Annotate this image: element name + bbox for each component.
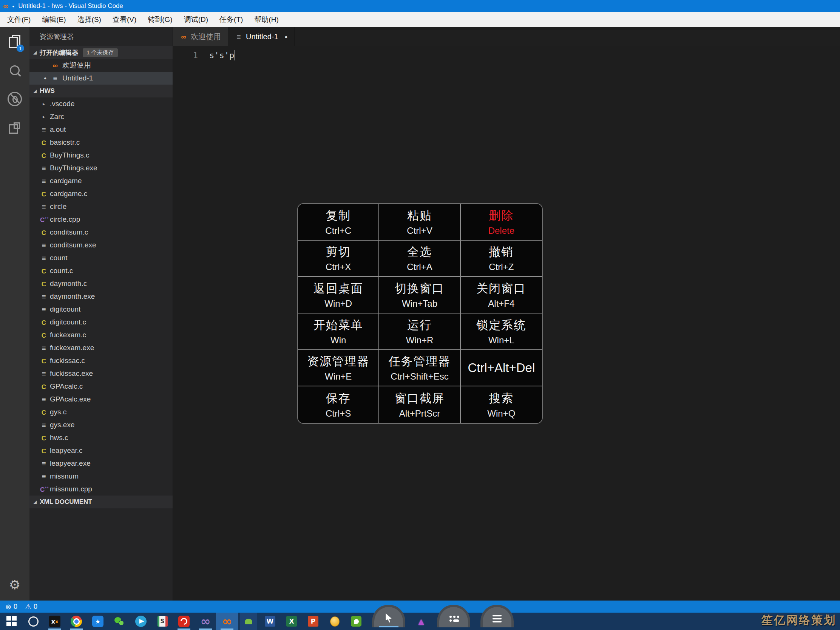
menu-item[interactable]: 调试(D) — [178, 12, 214, 27]
tree-item[interactable]: daymonth.c — [30, 277, 173, 290]
tree-item[interactable]: missnum.cpp — [30, 483, 173, 496]
taskbar-excel[interactable]: X — [286, 613, 297, 630]
tree-item[interactable]: a.out — [30, 123, 173, 136]
tree-item[interactable]: GPAcalc.exe — [30, 393, 173, 406]
tree-item[interactable]: count.c — [30, 264, 173, 277]
taskbar-cortana[interactable] — [28, 613, 39, 630]
tree-item[interactable]: fuckexam.c — [30, 328, 173, 341]
tree-item[interactable]: gys.exe — [30, 418, 173, 431]
shortcut-cell: 切换窗口Win+Tab — [379, 277, 460, 314]
taskbar-notes-app[interactable]: S — [157, 613, 168, 630]
taskbar-word[interactable]: W — [264, 613, 276, 630]
menu-item[interactable]: 转到(G) — [142, 12, 178, 27]
taskbar-netease-music[interactable] — [178, 613, 189, 630]
taskbar-vscode[interactable] — [216, 613, 238, 630]
shortcut-key: Ctrl+Z — [489, 262, 514, 272]
explorer-sidebar: 资源管理器 ◢ 打开的编辑器 1 个未保存 欢迎使用●Untitled-1 ◢ … — [30, 27, 173, 600]
tree-item[interactable]: BuyThings.exe — [30, 162, 173, 175]
tree-item[interactable]: cardgame.c — [30, 187, 173, 200]
menu-item[interactable]: 帮助(H) — [248, 12, 284, 27]
tree-item[interactable]: hws.c — [30, 431, 173, 444]
taskbar-telegram[interactable] — [135, 613, 147, 630]
file-icon — [40, 165, 47, 172]
taskbar-wechat[interactable] — [114, 613, 125, 630]
tree-item[interactable]: digitcount.c — [30, 316, 173, 328]
taskbar-magic-wand[interactable] — [415, 613, 427, 630]
taskbar-start-button[interactable] — [6, 613, 17, 630]
file-name: GPAcalc.exe — [50, 395, 91, 403]
tab-label: Untitled-1 — [246, 33, 278, 41]
file-icon — [40, 422, 47, 429]
code-line[interactable]: 1 s's'p — [173, 47, 840, 63]
tree-item[interactable]: fuckexam.exe — [30, 341, 173, 354]
taskbar-star-app[interactable] — [92, 613, 104, 630]
tree-item[interactable]: cardgame — [30, 175, 173, 187]
menu-tool-icon — [491, 613, 503, 624]
shortcut-cell: 运行Win+R — [379, 314, 460, 350]
taskbar-coin-app[interactable] — [329, 613, 340, 630]
tree-item[interactable]: fuckissac.exe — [30, 367, 173, 380]
running-indicator — [48, 628, 61, 630]
editor-tab[interactable]: Untitled-1● — [228, 27, 295, 46]
taskbar-powerpoint[interactable]: P — [308, 613, 319, 630]
cpp-file-icon — [40, 486, 47, 493]
file-name: circle — [50, 202, 66, 211]
search-button[interactable] — [0, 56, 30, 85]
taskbar-evernote[interactable] — [351, 613, 362, 630]
tree-item[interactable]: conditsum.exe — [30, 239, 173, 251]
tree-item[interactable]: gys.c — [30, 406, 173, 418]
open-editor-label: 欢迎使用 — [62, 60, 91, 70]
open-editor-item[interactable]: 欢迎使用 — [30, 59, 173, 72]
c-file-icon — [40, 190, 47, 197]
xml-document-header[interactable]: ◢ XML DOCUMENT — [30, 496, 173, 508]
menu-item[interactable]: 文件(F) — [2, 12, 36, 27]
tree-item[interactable]: daymonth.exe — [30, 290, 173, 303]
debug-button[interactable] — [0, 85, 30, 113]
menu-item[interactable]: 选择(S) — [72, 12, 107, 27]
settings-gear-icon[interactable]: ⚙ — [9, 577, 21, 592]
tree-item[interactable]: missnum — [30, 470, 173, 483]
menu-item[interactable]: 编辑(E) — [36, 12, 71, 27]
tree-item[interactable]: leapyear.c — [30, 444, 173, 457]
tree-item[interactable]: basicstr.c — [30, 136, 173, 149]
tree-item[interactable]: ▸Zarc — [30, 110, 173, 123]
c-file-icon — [40, 447, 47, 455]
tree-item[interactable]: GPAcalc.c — [30, 380, 173, 393]
tree-item[interactable]: count — [30, 251, 173, 264]
taskbar-android-app[interactable] — [240, 613, 257, 630]
tree-item[interactable]: fuckissac.c — [30, 354, 173, 367]
open-editors-header[interactable]: ◢ 打开的编辑器 1 个未保存 — [30, 46, 173, 59]
file-name: .vscode — [50, 100, 74, 108]
explorer-button[interactable]: 1 — [0, 27, 30, 56]
tree-item[interactable]: BuyThings.c — [30, 149, 173, 162]
code-text: s's'p — [198, 51, 234, 60]
tree-item[interactable]: conditsum.c — [30, 226, 173, 239]
open-editor-item[interactable]: ●Untitled-1 — [30, 72, 173, 85]
tree-item[interactable]: circle — [30, 200, 173, 213]
extensions-button[interactable] — [0, 113, 30, 142]
file-icon — [235, 33, 243, 40]
xshell-icon: x — [49, 616, 60, 627]
errors-status[interactable]: ⊗ 0 — [5, 602, 17, 611]
file-name: fuckexam.c — [50, 331, 86, 339]
warning-count: 0 — [34, 603, 37, 611]
taskbar-xshell[interactable]: x — [49, 613, 60, 630]
file-name: hws.c — [50, 434, 68, 442]
editor-tab[interactable]: 欢迎使用 — [173, 27, 228, 46]
shortcut-cell: 删除Delete — [461, 204, 542, 241]
taskbar-visual-studio[interactable] — [200, 613, 211, 630]
workspace-header[interactable]: ◢ HWS — [30, 85, 173, 98]
taskbar-chrome[interactable] — [71, 613, 82, 630]
c-file-icon — [40, 152, 47, 159]
warnings-status[interactable]: ⚠ 0 — [25, 602, 37, 611]
notes-app-icon: S — [158, 616, 168, 627]
file-name: count — [50, 254, 67, 262]
shortcut-cell: 窗口截屏Alt+PrtScr — [379, 386, 460, 423]
tree-item[interactable]: circle.cpp — [30, 213, 173, 226]
telegram-icon — [135, 616, 147, 627]
tree-item[interactable]: ▸.vscode — [30, 98, 173, 110]
menu-item[interactable]: 任务(T) — [214, 12, 248, 27]
tree-item[interactable]: leapyear.exe — [30, 457, 173, 470]
tree-item[interactable]: digitcount — [30, 303, 173, 316]
menu-item[interactable]: 查看(V) — [107, 12, 142, 27]
